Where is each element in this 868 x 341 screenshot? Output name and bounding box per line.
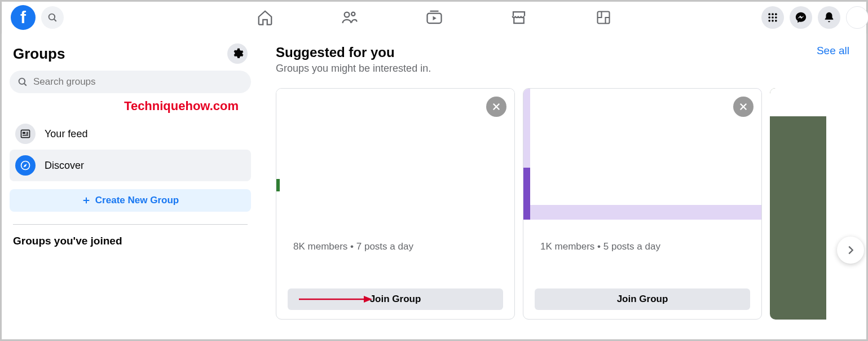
- svg-point-8: [775, 13, 777, 15]
- feed-icon: [20, 128, 31, 139]
- friends-icon: [341, 9, 358, 26]
- group-card-peek[interactable]: [770, 88, 826, 320]
- create-new-group-button[interactable]: Create New Group: [10, 189, 251, 212]
- close-icon: [738, 102, 748, 112]
- join-group-button[interactable]: Join Group: [535, 288, 750, 310]
- svg-rect-18: [23, 132, 25, 134]
- compass-icon: [20, 160, 31, 171]
- bell-icon: [823, 11, 835, 24]
- sidebar-item-your-feed[interactable]: Your feed: [10, 118, 251, 150]
- feed-icon-wrap: [15, 124, 36, 144]
- main-content: Suggested for you Groups you might be in…: [257, 33, 866, 339]
- svg-point-3: [351, 12, 355, 16]
- suggested-subtitle: Groups you might be interested in.: [276, 63, 431, 75]
- nav-marketplace[interactable]: [508, 6, 530, 29]
- nav-gaming[interactable]: [592, 6, 615, 29]
- search-groups-field[interactable]: [10, 71, 251, 93]
- group-meta: 1K members • 5 posts a day: [540, 241, 744, 252]
- svg-line-16: [24, 84, 27, 86]
- join-group-button[interactable]: Join Group: [288, 288, 503, 310]
- group-card[interactable]: 1K members • 5 posts a day Join Group: [523, 88, 762, 320]
- sidebar-item-label: Discover: [45, 160, 84, 172]
- gear-icon: [231, 47, 244, 60]
- discover-icon-wrap: [15, 155, 36, 176]
- center-nav: [254, 6, 615, 29]
- right-nav: [761, 6, 857, 29]
- svg-point-11: [775, 16, 777, 19]
- join-group-label: Join Group: [370, 294, 421, 304]
- sidebar-item-discover[interactable]: Discover: [10, 150, 251, 181]
- watch-icon: [426, 9, 443, 26]
- svg-point-10: [772, 16, 774, 19]
- chevron-right-icon: [844, 244, 857, 256]
- messenger-button[interactable]: [790, 6, 812, 29]
- group-cards-row: 8K members • 7 posts a day Join Group 1K…: [276, 88, 849, 320]
- sidebar-title: Groups: [13, 45, 65, 63]
- home-icon: [257, 9, 274, 26]
- watermark-text: Techniquehow.com: [10, 99, 251, 113]
- svg-point-2: [344, 12, 349, 18]
- nav-friends[interactable]: [338, 6, 361, 29]
- groups-settings-button[interactable]: [227, 43, 248, 64]
- plus-icon: [82, 196, 91, 205]
- notifications-button[interactable]: [818, 6, 840, 29]
- see-all-link[interactable]: See all: [817, 45, 849, 57]
- svg-point-14: [775, 20, 777, 22]
- group-cover-image: [523, 89, 761, 220]
- search-icon: [47, 12, 58, 23]
- dismiss-card-button[interactable]: [486, 97, 506, 117]
- svg-point-7: [772, 13, 774, 15]
- svg-point-13: [772, 20, 774, 22]
- create-new-group-label: Create New Group: [95, 195, 179, 206]
- sidebar-divider: [13, 224, 248, 225]
- messenger-icon: [795, 11, 807, 24]
- menu-button[interactable]: [761, 6, 784, 29]
- nav-home[interactable]: [254, 6, 276, 29]
- marketplace-icon: [510, 9, 527, 26]
- close-icon: [491, 102, 501, 112]
- search-groups-input[interactable]: [33, 76, 243, 88]
- svg-point-0: [49, 14, 55, 20]
- group-card[interactable]: 8K members • 7 posts a day Join Group: [276, 88, 515, 320]
- svg-marker-28: [364, 296, 372, 303]
- group-meta: 8K members • 7 posts a day: [293, 241, 497, 252]
- suggested-title: Suggested for you: [276, 45, 431, 60]
- dismiss-card-button[interactable]: [733, 97, 754, 117]
- group-cover-image: [276, 89, 514, 220]
- search-icon: [17, 77, 28, 87]
- account-avatar[interactable]: [846, 6, 868, 29]
- svg-line-1: [54, 19, 56, 21]
- sidebar-item-label: Your feed: [45, 128, 87, 140]
- carousel-next-button[interactable]: [837, 237, 864, 264]
- groups-sidebar: Groups Techniquehow.com Your feed: [2, 33, 257, 339]
- svg-point-9: [768, 16, 770, 19]
- svg-point-15: [19, 78, 25, 85]
- svg-point-6: [768, 13, 770, 15]
- join-group-label: Join Group: [617, 294, 668, 304]
- groups-joined-heading: Groups you've joined: [10, 235, 251, 247]
- svg-point-12: [768, 20, 770, 22]
- annotation-arrow-icon: [299, 295, 372, 304]
- global-search-button[interactable]: [41, 6, 64, 29]
- facebook-logo[interactable]: f: [11, 5, 36, 30]
- nav-watch[interactable]: [423, 6, 446, 29]
- menu-grid-icon: [767, 12, 778, 23]
- top-nav: f: [2, 2, 866, 33]
- gaming-icon: [596, 10, 611, 25]
